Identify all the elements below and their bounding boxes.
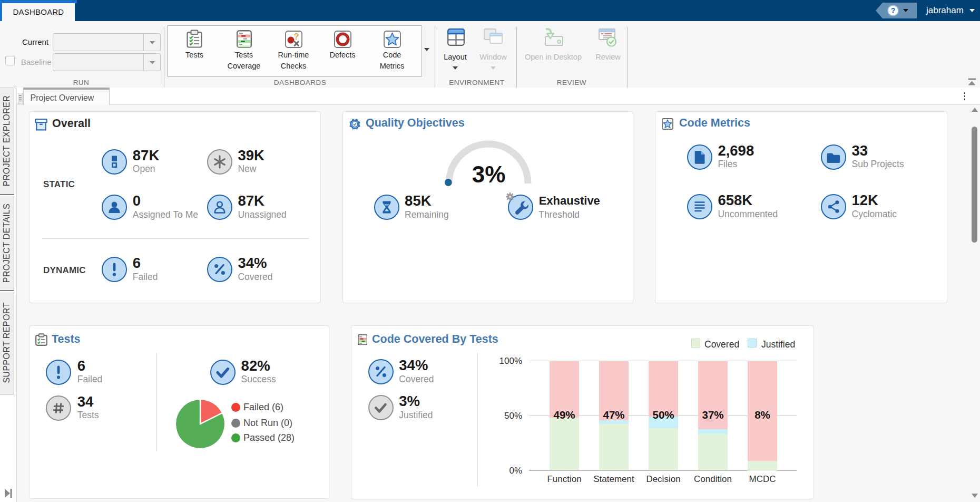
svg-text:?: ?: [891, 6, 896, 15]
svg-text:?: ?: [293, 32, 299, 42]
